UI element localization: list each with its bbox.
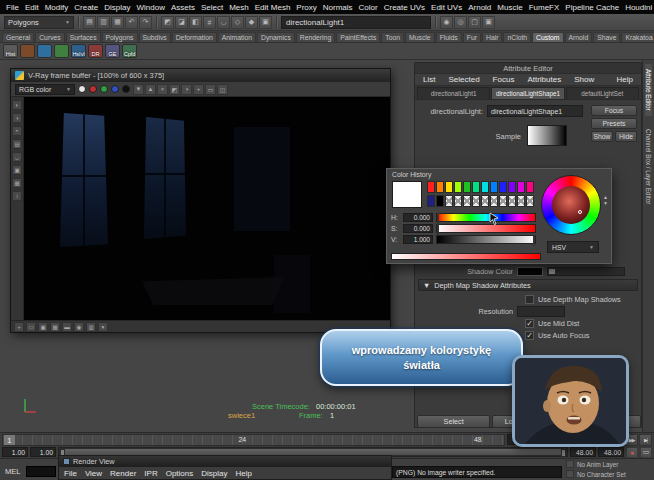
clear-image-icon[interactable]: ×: [157, 84, 168, 95]
shelf-tab[interactable]: Custom: [532, 32, 563, 42]
channel-dot-icon[interactable]: [89, 85, 97, 93]
icc-profile-icon[interactable]: ▣: [12, 165, 22, 175]
render-current-frame-icon[interactable]: ◉: [440, 16, 453, 29]
rv-menu-item[interactable]: Render: [110, 469, 136, 478]
shelf-tab[interactable]: PaintEffects: [336, 32, 380, 42]
color-ramp-bar[interactable]: [391, 253, 541, 260]
hue-value-field[interactable]: 0.000: [403, 213, 433, 222]
render-view-titlebar[interactable]: Render View: [59, 456, 391, 467]
ae-menu-item[interactable]: Focus: [490, 75, 518, 84]
ae-menu-item[interactable]: Help: [614, 75, 636, 84]
menu-item[interactable]: Edit Mesh: [252, 3, 294, 12]
menu-item[interactable]: Mesh: [226, 3, 252, 12]
channel-dot-icon[interactable]: [111, 85, 119, 93]
zoom-fit-icon[interactable]: ▭: [26, 322, 36, 332]
menu-item[interactable]: FumeFX: [526, 3, 563, 12]
focus-button[interactable]: Focus: [591, 105, 637, 116]
menu-item[interactable]: Window: [134, 3, 168, 12]
rendered-image[interactable]: [24, 97, 390, 320]
ruler-icon[interactable]: ▬: [62, 322, 72, 332]
ae-menu-item[interactable]: Show: [571, 75, 597, 84]
snap-to-point-icon[interactable]: ◇: [231, 16, 244, 29]
open-scene-icon[interactable]: ▥: [97, 16, 110, 29]
palette-swatch[interactable]: [508, 195, 516, 207]
selection-name-field[interactable]: directionalLight1: [281, 16, 431, 29]
rv-menu-item[interactable]: File: [64, 469, 77, 478]
make-live-icon[interactable]: ▣: [259, 16, 272, 29]
shelf-button-3[interactable]: [54, 44, 69, 58]
menu-item[interactable]: Create: [71, 3, 101, 12]
character-set-selector[interactable]: No Character Set: [566, 469, 652, 479]
ae-menu-item[interactable]: Selected: [445, 75, 482, 84]
shelf-tab[interactable]: Dynamics: [257, 32, 295, 42]
shelf-tab[interactable]: nCloth: [503, 32, 531, 42]
menu-item[interactable]: Normals: [320, 3, 356, 12]
menu-item[interactable]: Display: [101, 3, 133, 12]
shelf-tab[interactable]: Surfaces: [66, 32, 101, 42]
menu-item[interactable]: Proxy: [293, 3, 319, 12]
anim-layer-selector[interactable]: No Anim Layer: [566, 459, 652, 469]
new-scene-icon[interactable]: ▤: [83, 16, 96, 29]
shadow-color-swatch[interactable]: [517, 267, 543, 276]
palette-swatch[interactable]: [526, 181, 534, 193]
shelf-button-hist[interactable]: Hist: [3, 44, 18, 58]
palette-swatch[interactable]: [445, 181, 453, 193]
menu-item[interactable]: Select: [198, 3, 226, 12]
snap-to-plane-icon[interactable]: ◆: [245, 16, 258, 29]
shelf-tab[interactable]: Muscle: [405, 32, 435, 42]
rv-menu-item[interactable]: IPR: [144, 469, 157, 478]
palette-swatch[interactable]: [454, 181, 462, 193]
curves-icon[interactable]: ◡: [12, 152, 22, 162]
color-wheel-center[interactable]: [552, 186, 590, 224]
hide-button[interactable]: Hide: [615, 131, 637, 142]
menu-item[interactable]: Arnold: [465, 3, 494, 12]
palette-swatch[interactable]: [472, 181, 480, 193]
slider-handle[interactable]: [533, 235, 535, 246]
shelf-tab[interactable]: Polygons: [102, 32, 138, 42]
slider-handle[interactable]: [549, 269, 555, 274]
go-to-end-button[interactable]: ▶|: [639, 434, 652, 446]
use-depth-map-shadows-checkbox[interactable]: [525, 295, 534, 304]
menu-item[interactable]: Color: [356, 3, 381, 12]
rv-menu-item[interactable]: View: [85, 469, 102, 478]
ipr-render-icon[interactable]: ◎: [454, 16, 467, 29]
channel-dot-icon[interactable]: [78, 85, 86, 93]
hue-slider[interactable]: [436, 213, 536, 222]
select-by-object-icon[interactable]: ◪: [175, 16, 188, 29]
shelf-button-ge[interactable]: GE: [105, 44, 120, 58]
white-balance-icon[interactable]: ◓: [12, 126, 22, 136]
shelf-tab[interactable]: Hair: [482, 32, 502, 42]
menu-item[interactable]: Modify: [42, 3, 72, 12]
save-image-icon[interactable]: ▼: [133, 84, 144, 95]
shelf-tab[interactable]: Fluids: [436, 32, 462, 42]
palette-swatch[interactable]: [526, 195, 534, 207]
palette-swatch[interactable]: [490, 181, 498, 193]
show-grid-icon[interactable]: ▦: [50, 322, 60, 332]
wheel-spinner-arrows[interactable]: ▲▼: [603, 195, 608, 206]
palette-swatch[interactable]: [454, 195, 462, 207]
presets-button[interactable]: Presets: [591, 118, 637, 129]
redo-icon[interactable]: ↷: [139, 16, 152, 29]
palette-swatch[interactable]: [499, 195, 507, 207]
rv-menu-item[interactable]: Display: [201, 469, 227, 478]
shelf-button-1[interactable]: [20, 44, 35, 58]
menu-item[interactable]: Assets: [168, 3, 198, 12]
show-mono-icon[interactable]: ◑: [181, 84, 192, 95]
ae-footer-button[interactable]: Select: [417, 415, 490, 428]
ae-node-tab[interactable]: directionalLight1: [417, 87, 490, 99]
menu-item[interactable]: Edit: [22, 3, 42, 12]
pixel-info-icon[interactable]: i: [12, 191, 22, 201]
color-wheel[interactable]: [541, 175, 601, 235]
compare-buffer-icon[interactable]: ◫: [217, 84, 228, 95]
value-slider[interactable]: [436, 235, 536, 244]
save-scene-icon[interactable]: ▦: [111, 16, 124, 29]
snap-to-grid-icon[interactable]: #: [203, 16, 216, 29]
channel-select-dropdown[interactable]: RGB color ▼: [15, 84, 75, 95]
rv-menu-item[interactable]: Options: [166, 469, 194, 478]
show-alpha-icon[interactable]: ◩: [169, 84, 180, 95]
palette-swatch[interactable]: [481, 195, 489, 207]
palette-swatch[interactable]: [517, 181, 525, 193]
range-end-handle[interactable]: [561, 449, 566, 457]
shelf-tab[interactable]: Toon: [381, 32, 404, 42]
display-mode-icon[interactable]: ▣: [482, 16, 495, 29]
